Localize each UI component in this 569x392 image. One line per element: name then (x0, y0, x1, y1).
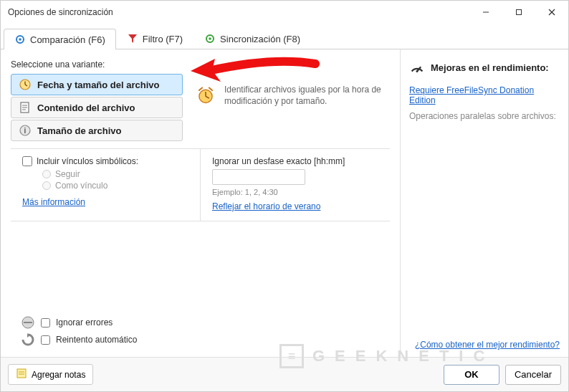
more-info-link[interactable]: Más información (22, 197, 85, 207)
retry-icon (21, 333, 35, 347)
variant-date-size-label: Fecha y tamaño del archivo (37, 80, 160, 90)
titlebar: Opciones de sincronización (1, 1, 568, 24)
clock-icon (19, 78, 32, 91)
gear-icon (14, 34, 26, 45)
auto-retry-label: Reintento automático (56, 335, 137, 345)
variant-size-button[interactable]: i Tamaño de archivo (11, 120, 183, 141)
maximize-button[interactable] (502, 1, 535, 24)
timeshift-example: Ejemplo: 1, 2, 4:30 (212, 188, 378, 196)
symlink-radio-follow[interactable] (42, 170, 51, 178)
symlinks-checkbox-row[interactable]: Incluir vínculos simbólicos: (22, 156, 188, 166)
timeshift-label: Ignorar un desfase exacto [hh:mm] (212, 156, 378, 166)
add-notes-label: Agregar notas (32, 370, 85, 380)
tab-comparison[interactable]: Comparación (F6) (4, 29, 116, 49)
add-notes-button[interactable]: Agregar notas (8, 364, 93, 385)
symlink-radio-follow-row[interactable]: Seguir (42, 169, 188, 179)
donation-edition-link[interactable]: Requiere FreeFileSync Donation Edition (409, 85, 560, 105)
footer: Agregar notas OK Cancelar (1, 357, 568, 391)
variant-description: Identificar archivos iguales por la hora… (224, 84, 382, 107)
tab-sync-label: Sincronización (F8) (220, 34, 300, 44)
parallel-ops-label: Operaciones paralelas sobre archivos: (409, 111, 560, 121)
svg-rect-21 (24, 322, 32, 323)
variant-content-button[interactable]: Contenido del archivo (11, 97, 183, 118)
tab-bar: Comparación (F6) Filtro (F7) Sincronizac… (1, 24, 568, 49)
document-icon (19, 101, 32, 114)
symlink-radio-follow-label: Seguir (55, 169, 80, 179)
ignore-errors-label: Ignorar errores (56, 317, 113, 328)
best-performance-link[interactable]: ¿Cómo obtener el mejor rendimiento? (409, 340, 560, 350)
tab-comparison-label: Comparación (F6) (30, 34, 105, 45)
tab-sync[interactable]: Sincronización (F8) (193, 28, 311, 49)
svg-text:i: i (24, 127, 27, 135)
info-icon: i (19, 124, 32, 137)
tab-filter-label: Filtro (F7) (143, 34, 183, 44)
variant-date-size-button[interactable]: Fecha y tamaño del archivo (11, 74, 183, 95)
ignore-errors-checkbox[interactable] (41, 318, 50, 328)
svg-rect-1 (517, 10, 522, 15)
minimize-button[interactable] (469, 1, 502, 24)
svg-rect-24 (17, 369, 26, 378)
auto-retry-checkbox[interactable] (41, 335, 50, 345)
symlink-radio-aslink[interactable] (42, 181, 51, 190)
ignore-errors-icon (21, 315, 35, 330)
gear-green-icon (204, 33, 216, 44)
symlinks-checkbox-label: Incluir vínculos simbólicos: (37, 156, 138, 166)
variant-content-label: Contenido del archivo (37, 102, 135, 113)
alarm-clock-icon (196, 85, 216, 105)
notes-icon (16, 368, 27, 381)
window-title: Opciones de sincronización (8, 7, 113, 17)
performance-sidebar: Mejoras en el rendimiento: Requiere Free… (401, 49, 568, 357)
close-button[interactable] (535, 1, 568, 24)
variant-size-label: Tamaño de archivo (37, 125, 122, 136)
svg-point-5 (19, 38, 21, 41)
dst-link[interactable]: Reflejar el horario de verano (212, 201, 320, 211)
sync-options-window: Opciones de sincronización Comparación (… (0, 0, 569, 392)
variant-buttons-group: Fecha y tamaño del archivo Contenido del… (11, 74, 183, 141)
funnel-icon (127, 33, 138, 44)
speedometer-icon (409, 59, 425, 75)
tab-filter[interactable]: Filtro (F7) (116, 28, 193, 49)
performance-header: Mejoras en el rendimiento: (431, 62, 549, 73)
timeshift-input[interactable] (212, 169, 305, 185)
symlink-radio-aslink-label: Como vínculo (55, 181, 107, 191)
symlinks-checkbox[interactable] (22, 156, 32, 166)
cancel-button[interactable]: Cancelar (505, 365, 561, 385)
svg-point-23 (416, 70, 419, 72)
variant-header: Seleccione una variante: (11, 59, 390, 70)
svg-point-7 (209, 37, 211, 40)
symlink-radio-aslink-row[interactable]: Como vínculo (42, 181, 188, 191)
ok-button[interactable]: OK (444, 365, 499, 385)
